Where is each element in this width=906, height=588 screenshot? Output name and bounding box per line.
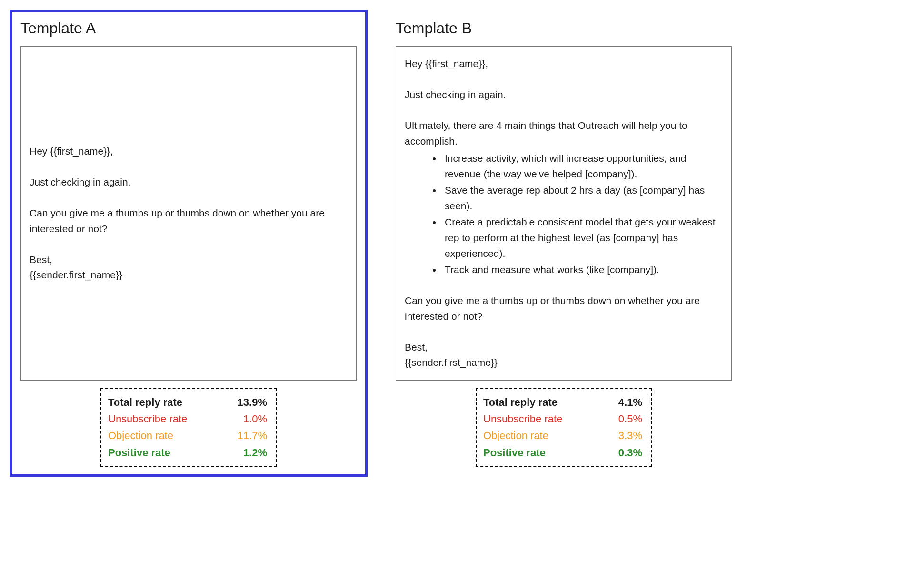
template-b-panel[interactable]: Template B Hey {{first_name}}, Just chec…: [385, 10, 743, 477]
email-intro: Just checking in again.: [30, 175, 348, 190]
email-bullet-list: Increase activity, which will increase o…: [405, 151, 723, 277]
stat-objection-label: Objection rate: [483, 427, 548, 444]
template-b-email: Hey {{first_name}}, Just checking in aga…: [396, 46, 732, 381]
stat-unsub-label: Unsubscribe rate: [483, 411, 562, 427]
stat-positive-value: 0.3%: [604, 444, 642, 461]
template-a-panel[interactable]: Template A Hey {{first_name}}, Just chec…: [10, 10, 368, 477]
stat-positive-value: 1.2%: [229, 444, 267, 461]
email-greeting: Hey {{first_name}},: [30, 144, 348, 159]
stat-unsub-value: 0.5%: [604, 411, 642, 427]
stat-unsub-label: Unsubscribe rate: [108, 411, 187, 427]
email-signoff: Best,: [405, 340, 723, 355]
email-sender: {{sender.first_name}}: [405, 355, 723, 371]
stat-total-reply-label: Total reply rate: [108, 394, 182, 411]
email-greeting: Hey {{first_name}},: [405, 56, 723, 72]
email-intro: Just checking in again.: [405, 87, 723, 103]
email-followup: Can you give me a thumbs up or thumbs do…: [405, 293, 723, 324]
stat-total-reply-value: 13.9%: [229, 394, 267, 411]
template-b-stats: Total reply rate 4.1% Unsubscribe rate 0…: [476, 388, 652, 467]
email-bullet: Create a predictable consistent model th…: [442, 215, 723, 261]
template-a-email: Hey {{first_name}}, Just checking in aga…: [20, 46, 357, 381]
stat-total-reply-label: Total reply rate: [483, 394, 558, 411]
template-b-title: Template B: [396, 17, 732, 39]
template-a-title: Template A: [20, 17, 357, 39]
template-comparison: Template A Hey {{first_name}}, Just chec…: [10, 10, 743, 477]
stat-objection-value: 3.3%: [604, 427, 642, 444]
template-a-stats: Total reply rate 13.9% Unsubscribe rate …: [100, 388, 277, 467]
email-bullet: Increase activity, which will increase o…: [442, 151, 723, 182]
email-bullet: Track and measure what works (like [comp…: [442, 262, 723, 278]
stat-positive-label: Positive rate: [108, 444, 170, 461]
stat-objection-label: Objection rate: [108, 427, 173, 444]
stat-positive-label: Positive rate: [483, 444, 546, 461]
stat-unsub-value: 1.0%: [229, 411, 267, 427]
email-followup: Can you give me a thumbs up or thumbs do…: [30, 206, 348, 236]
email-signoff: Best,: [30, 252, 348, 268]
email-lead: Ultimately, there are 4 main things that…: [405, 118, 723, 149]
stat-total-reply-value: 4.1%: [604, 394, 642, 411]
email-bullet: Save the average rep about 2 hrs a day (…: [442, 183, 723, 214]
stat-objection-value: 11.7%: [229, 427, 267, 444]
email-sender: {{sender.first_name}}: [30, 267, 348, 283]
